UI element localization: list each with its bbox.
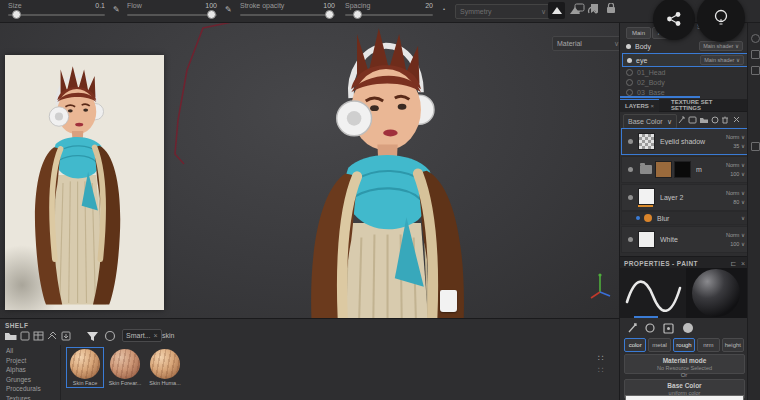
flow-track[interactable]: [127, 14, 217, 16]
channel-nrm[interactable]: nrm: [697, 338, 719, 352]
axis-gizmo[interactable]: [585, 270, 615, 300]
shelf-panel: SHELF Smart... × skin All Project Alphas…: [0, 318, 619, 400]
panel-scrollbar[interactable]: [620, 96, 700, 98]
material-name: Skin Face: [68, 380, 102, 386]
pressure-pen-icon[interactable]: ✎: [113, 5, 120, 14]
texture-set-tab-main[interactable]: Main: [626, 27, 651, 39]
channel-rough[interactable]: rough: [673, 338, 695, 352]
layer-blend-opacity[interactable]: Norm ∨ 35 ∨: [726, 133, 745, 150]
right-dock: TEXTURE SET LIST Main All Body Main shad…: [619, 0, 748, 400]
search-filter-tag[interactable]: Smart... ×: [122, 329, 162, 342]
category-all[interactable]: All: [6, 347, 41, 354]
layer-row-blur-effect[interactable]: Blur ∨: [621, 211, 749, 225]
close-icon[interactable]: ×: [650, 103, 654, 109]
size-track[interactable]: [8, 14, 105, 16]
preview-tab-indicator: [634, 316, 658, 318]
spacing-knob[interactable]: [353, 10, 362, 19]
shading-mode-dropdown[interactable]: Material ∨: [552, 36, 619, 51]
viewmode-solo-button[interactable]: [548, 2, 565, 19]
symmetry-dropdown[interactable]: Symmetry ∨: [455, 4, 551, 19]
layer-row-eyelid-shadow[interactable]: Eyelid shadow Norm ∨ 35 ∨: [621, 128, 749, 155]
texture-set-name: Body: [635, 43, 651, 50]
visibility-dot-icon[interactable]: [626, 69, 633, 76]
layer-blend-opacity[interactable]: Norm ∨ 80 ∨: [726, 189, 745, 206]
layer-visibility-icon[interactable]: [628, 167, 633, 172]
lightbulb-icon: [712, 8, 730, 28]
close-icon[interactable]: ×: [154, 332, 158, 339]
layer-thumbnail[interactable]: [638, 231, 655, 248]
shelf-title: SHELF: [5, 322, 28, 329]
share-button[interactable]: [653, 0, 695, 40]
stroke-opacity-track[interactable]: [240, 14, 335, 16]
reference-image[interactable]: [5, 55, 164, 310]
category-procedurals[interactable]: Procedurals: [6, 385, 41, 392]
layer-thumbnail[interactable]: [638, 133, 655, 150]
pressure-pen-icon[interactable]: ✎: [225, 5, 232, 14]
pencil-icon: [629, 324, 636, 332]
size-slider[interactable]: Size 0.1: [8, 2, 105, 20]
category-project[interactable]: Project: [6, 357, 41, 364]
texture-set-row-eye[interactable]: eye Main shader ∨: [622, 53, 748, 67]
layer-thumbnail[interactable]: [638, 188, 655, 205]
tab-texture-set-settings[interactable]: TEXTURE SET SETTINGS: [666, 99, 748, 111]
spacing-slider[interactable]: Spacing 20: [345, 2, 433, 20]
dock-icon[interactable]: ⊏: [730, 260, 736, 267]
viewport-corner-icons[interactable]: [574, 3, 618, 15]
material-mode-button[interactable]: Material mode No Resource Selected: [624, 354, 745, 374]
size-knob[interactable]: [12, 10, 21, 19]
search-input-text[interactable]: skin: [162, 332, 174, 339]
stroke-opacity-slider[interactable]: Stroke opacity 100: [240, 2, 335, 20]
channel-metal[interactable]: metal: [648, 338, 670, 352]
layer-thumbnail[interactable]: [655, 161, 672, 178]
history-icon[interactable]: [751, 66, 760, 75]
trash-icon[interactable]: [751, 142, 760, 151]
stroke-opacity-knob[interactable]: [325, 10, 334, 19]
painter-app-window: Material ∨ Size 0.1 ✎ Flow 100 ✎ Stroke …: [0, 0, 760, 400]
category-textures[interactable]: Textures: [6, 395, 41, 400]
mask-thumbnail[interactable]: [674, 161, 691, 178]
shelf-toolbar-icons[interactable]: [4, 329, 82, 343]
tool-mode-icons[interactable]: [626, 322, 706, 335]
tab-layers[interactable]: LAYERS ×: [620, 99, 659, 112]
material-skin-forearm[interactable]: Skin Forear...: [108, 349, 142, 386]
category-grunges[interactable]: Grunges: [6, 376, 41, 383]
visibility-dot-icon[interactable]: [626, 89, 633, 96]
grid-view-icon[interactable]: ∷: [598, 353, 604, 363]
shelf-category-list: All Project Alphas Grunges Procedurals T…: [6, 347, 41, 400]
channel-color[interactable]: color: [624, 338, 646, 352]
material-skin-face[interactable]: Skin Face: [68, 349, 102, 386]
share-icon: [666, 11, 682, 27]
3d-viewport[interactable]: Material ∨: [0, 22, 619, 318]
visibility-dot-icon[interactable]: [626, 44, 631, 49]
visibility-dot-icon[interactable]: [626, 79, 633, 86]
layer-visibility-icon[interactable]: [628, 139, 633, 144]
layer-blend-opacity[interactable]: Norm ∨ 100 ∨: [726, 161, 745, 178]
character-concept-art: [10, 63, 160, 308]
channel-height[interactable]: height: [722, 338, 744, 352]
close-icon[interactable]: ×: [741, 260, 745, 267]
channel-filter-dropdown[interactable]: Base Color∨: [623, 114, 677, 129]
display-settings-icon[interactable]: [751, 34, 760, 43]
layer-name: m: [696, 166, 726, 173]
layer-visibility-icon[interactable]: [628, 195, 633, 200]
flow-slider[interactable]: Flow 100: [127, 2, 217, 20]
texture-set-row-body[interactable]: Body Main shader ∨: [622, 40, 746, 52]
layer-toolbar-icons[interactable]: [676, 115, 746, 126]
flow-knob[interactable]: [207, 10, 216, 19]
filter-icons[interactable]: [86, 329, 120, 343]
list-view-icon[interactable]: ∷: [598, 365, 604, 375]
brush-preview: [620, 268, 748, 318]
material-thumbnail: [70, 349, 100, 379]
layer-row-layer2[interactable]: Layer 2 Norm ∨ 80 ∨: [621, 184, 749, 211]
layer-blend-opacity[interactable]: Norm ∨ 100 ∨: [726, 231, 745, 248]
camera-settings-icon[interactable]: [751, 50, 760, 59]
visibility-dot-icon[interactable]: [627, 58, 632, 63]
material-skin-human[interactable]: Skin Huma...: [148, 349, 182, 386]
layer-row-white[interactable]: White Norm ∨ 100 ∨: [621, 226, 749, 253]
layer-visibility-icon[interactable]: [628, 237, 633, 242]
category-alphas[interactable]: Alphas: [6, 366, 41, 373]
base-color-swatch[interactable]: [625, 395, 744, 400]
shader-dropdown[interactable]: Main shader ∨: [699, 41, 743, 51]
shader-dropdown[interactable]: Main shader ∨: [700, 55, 744, 65]
layer-row-folder[interactable]: m Norm ∨ 100 ∨: [621, 156, 749, 183]
